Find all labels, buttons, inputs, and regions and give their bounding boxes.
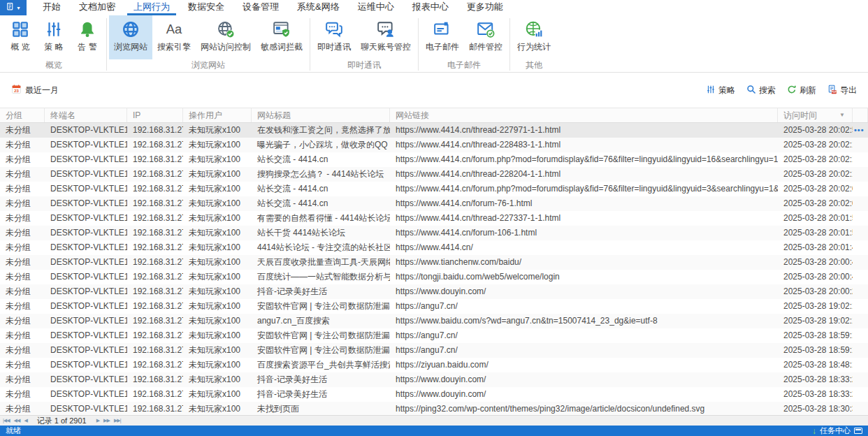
table-row[interactable]: 未分组DESKTOP-VLKTLE1192.168.31.27未知玩家x100站… xyxy=(0,182,868,196)
table-row[interactable]: 未分组DESKTOP-VLKTLE1192.168.31.27未知玩家x100未… xyxy=(0,402,868,415)
ribbon-item-website-access-control[interactable]: 网站访问控制 xyxy=(196,15,256,59)
ribbon-group-label: 浏览网站 xyxy=(109,59,308,72)
menu-tab-doc-encrypt[interactable]: 文档加密 xyxy=(73,0,122,15)
table-row[interactable]: 未分组DESKTOP-VLKTLE1192.168.31.27未知玩家x100搜… xyxy=(0,167,868,182)
ribbon-item-mail-control[interactable]: 邮件管控 xyxy=(464,15,507,59)
nav-last-button[interactable]: ▶▶| xyxy=(114,418,121,423)
ribbon-item-search-engine[interactable]: Aa搜索引擎 xyxy=(152,15,196,59)
ribbon-item-behavior-stats[interactable]: 行为统计 xyxy=(512,15,556,59)
table-row[interactable]: 未分组DESKTOP-VLKTLE1192.168.31.27未知玩家x100站… xyxy=(0,196,868,211)
table-header: 分组终端名IP操作用户网站标题网站链接访问时间▼ xyxy=(0,108,868,123)
table-row[interactable]: 未分组DESKTOP-VLKTLE1192.168.31.27未知玩家x100抖… xyxy=(0,387,868,402)
nav-next-page-button[interactable]: ▶▶ xyxy=(103,418,110,423)
row-actions-menu-icon[interactable]: ••• xyxy=(853,123,868,138)
cell-user: 未知玩家x100 xyxy=(183,270,252,284)
date-range-picker[interactable]: 23 最近一月 xyxy=(11,84,59,96)
row-actions-menu-icon xyxy=(853,182,868,196)
menu-tab-device-mgmt[interactable]: 设备管理 xyxy=(236,0,285,15)
ribbon-item-sensitive-word-block[interactable]: 敏感词拦截 xyxy=(256,15,308,59)
table-row[interactable]: 未分组DESKTOP-VLKTLE1192.168.31.27未知玩家x100站… xyxy=(0,226,868,240)
column-header-title[interactable]: 网站标题 xyxy=(252,108,390,122)
column-header-label: 分组 xyxy=(6,108,22,122)
column-header-user[interactable]: 操作用户 xyxy=(183,108,252,122)
menu-tab-home[interactable]: 开始 xyxy=(36,0,67,15)
table-row[interactable]: 未分组DESKTOP-VLKTLE1192.168.31.27未知玩家x100安… xyxy=(0,299,868,314)
menu-tab-internet-behavior[interactable]: 上网行为 xyxy=(127,0,176,15)
filter-dropdown-icon[interactable]: ▼ xyxy=(839,108,845,122)
export-button[interactable]: PDF导出 xyxy=(827,85,857,96)
nav-left-buttons: |◀◀ ◀◀ ◀ xyxy=(3,418,27,423)
menu-tab-system-network[interactable]: 系统&网络 xyxy=(291,0,346,15)
cell-title: 未找到页面 xyxy=(252,402,390,415)
cell-ip: 192.168.31.27 xyxy=(127,343,183,358)
menu-tab-more-features[interactable]: 更多功能 xyxy=(461,0,509,15)
cell-group: 未分组 xyxy=(0,138,45,152)
cell-user: 未知玩家x100 xyxy=(183,387,252,402)
nav-prev-button[interactable]: ◀ xyxy=(24,418,27,423)
cell-time: 2025-03-28 20:02:19 xyxy=(778,138,853,152)
cell-time: 2025-03-28 18:48:10 xyxy=(778,358,853,372)
cell-title: 站长干货 4414站长论坛 xyxy=(252,226,390,240)
column-header-terminal[interactable]: 终端名 xyxy=(45,108,127,122)
menu-tab-data-security[interactable]: 数据安全 xyxy=(182,0,231,15)
task-center-button[interactable]: ↓ 任务中心 xyxy=(812,426,862,436)
table-row[interactable]: 未分组DESKTOP-VLKTLE1192.168.31.27未知玩家x100有… xyxy=(0,211,868,226)
cell-user: 未知玩家x100 xyxy=(183,402,252,415)
ribbon-item-email[interactable]: 电子邮件 xyxy=(421,15,464,59)
cell-group: 未分组 xyxy=(0,226,45,240)
ribbon-item-alert[interactable]: 告 警 xyxy=(71,15,104,59)
task-center-label: 任务中心 xyxy=(820,426,851,436)
nav-first-button[interactable]: |◀◀ xyxy=(3,418,10,423)
cell-group: 未分组 xyxy=(0,402,45,415)
table-row[interactable]: 未分组DESKTOP-VLKTLE1192.168.31.27未知玩家x1004… xyxy=(0,240,868,255)
ribbon-item-browse-website[interactable]: 浏览网站 xyxy=(109,15,152,59)
column-header-group[interactable]: 分组 xyxy=(0,108,45,122)
column-header-url[interactable]: 网站链接 xyxy=(390,108,778,122)
ribbon-item-chat-account-control[interactable]: 聊天账号管控 xyxy=(356,15,416,59)
ribbon-item-policy[interactable]: 策 略 xyxy=(37,15,71,59)
filter-actions: 策略搜索刷新PDF导出 xyxy=(706,85,857,96)
table-row[interactable]: 未分组DESKTOP-VLKTLE1192.168.31.27未知玩家x100百… xyxy=(0,270,868,284)
ribbon-group-label: 概览 xyxy=(3,59,104,72)
bell-icon xyxy=(78,20,97,39)
table-row[interactable]: 未分组DESKTOP-VLKTLE1192.168.31.27未知玩家x100天… xyxy=(0,255,868,270)
menu-tabs: 开始文档加密上网行为数据安全设备管理系统&网络运维中心报表中心更多功能 xyxy=(34,0,512,15)
ribbon-item-im[interactable]: 即时通讯 xyxy=(312,15,356,59)
table-row[interactable]: 未分组DESKTOP-VLKTLE1192.168.31.27未知玩家x100a… xyxy=(0,314,868,328)
cell-ip: 192.168.31.27 xyxy=(127,284,183,299)
app-menu-button[interactable]: ▼ xyxy=(0,0,27,15)
ribbon-group-items: 行为统计 xyxy=(512,15,556,59)
nav-next-button[interactable]: ▶ xyxy=(96,418,99,423)
cell-terminal: DESKTOP-VLKTLE1 xyxy=(45,328,127,343)
cell-time: 2025-03-28 18:30:30 xyxy=(778,402,853,415)
table-row[interactable]: 未分组DESKTOP-VLKTLE1192.168.31.27未知玩家x100曝… xyxy=(0,138,868,152)
cell-terminal: DESKTOP-VLKTLE1 xyxy=(45,211,127,226)
cell-group: 未分组 xyxy=(0,358,45,372)
ribbon-item-label: 敏感词拦截 xyxy=(261,41,303,53)
ribbon-item-overview[interactable]: 概 览 xyxy=(3,15,37,59)
column-header-ip[interactable]: IP xyxy=(127,108,183,122)
nav-prev-page-button[interactable]: ◀◀ xyxy=(14,418,20,423)
column-header-actions[interactable] xyxy=(853,108,868,122)
table-row[interactable]: 未分组DESKTOP-VLKTLE1192.168.31.27未知玩家x100站… xyxy=(0,152,868,167)
refresh-button[interactable]: 刷新 xyxy=(787,85,816,96)
cell-group: 未分组 xyxy=(0,270,45,284)
cell-url: https://tongji.baidu.com/web5/welcome/lo… xyxy=(390,270,778,284)
search-button[interactable]: 搜索 xyxy=(746,85,776,96)
record-navigator: |◀◀ ◀◀ ◀ 记录 1 of 2901 ▶ ▶▶ ▶▶| xyxy=(0,415,868,426)
policy-button-label: 策略 xyxy=(718,85,735,96)
column-header-time[interactable]: 访问时间▼ xyxy=(778,108,853,122)
table-row[interactable]: 未分组DESKTOP-VLKTLE1192.168.31.27未知玩家x100抖… xyxy=(0,372,868,387)
cell-user: 未知玩家x100 xyxy=(183,211,252,226)
ribbon-toolbar: 概 览策 略告 警概览浏览网站Aa搜索引擎网站访问控制敏感词拦截浏览网站即时通讯… xyxy=(0,15,868,73)
table-row[interactable]: 未分组DESKTOP-VLKTLE1192.168.31.27未知玩家x100百… xyxy=(0,358,868,372)
menu-tab-report-center[interactable]: 报表中心 xyxy=(406,0,455,15)
policy-button[interactable]: 策略 xyxy=(706,85,735,96)
menu-tab-ops-center[interactable]: 运维中心 xyxy=(352,0,400,15)
table-row[interactable]: 未分组DESKTOP-VLKTLE1192.168.31.27未知玩家x100安… xyxy=(0,328,868,343)
cell-time: 2025-03-28 20:02:58 xyxy=(778,123,853,138)
cell-terminal: DESKTOP-VLKTLE1 xyxy=(45,123,127,138)
table-row[interactable]: 未分组DESKTOP-VLKTLE1192.168.31.27未知玩家x100抖… xyxy=(0,284,868,299)
table-row[interactable]: 未分组DESKTOP-VLKTLE1192.168.31.27未知玩家x100安… xyxy=(0,343,868,358)
table-row[interactable]: 未分组DESKTOP-VLKTLE1192.168.31.27未知玩家x100在… xyxy=(0,123,868,138)
